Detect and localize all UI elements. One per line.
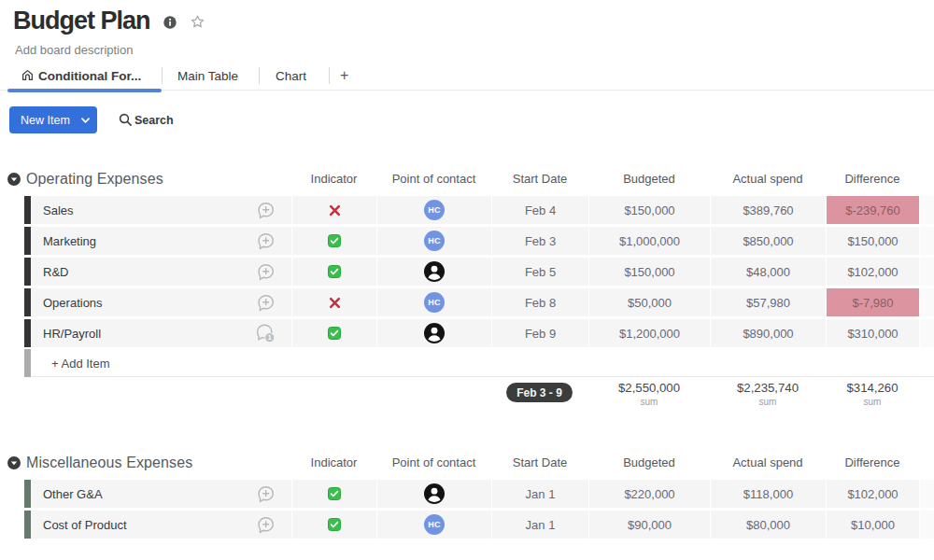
svg-text:1: 1 [268,334,272,341]
